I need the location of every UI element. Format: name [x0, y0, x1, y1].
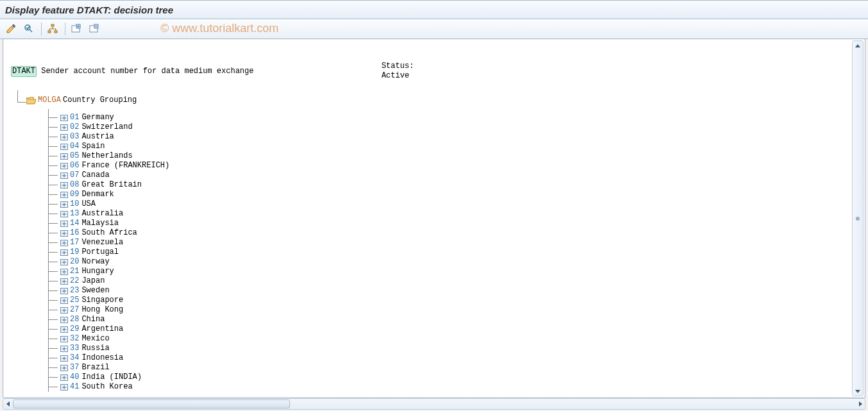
country-row[interactable]: 06France (FRANKREICH)	[49, 161, 852, 171]
country-row[interactable]: 02Switzerland	[49, 122, 852, 132]
expand-node-icon[interactable]	[60, 144, 68, 150]
country-code: 28	[70, 315, 79, 324]
expand-node-icon[interactable]	[60, 192, 68, 198]
country-label: Norway	[81, 257, 109, 267]
toolbar-check-button[interactable]	[21, 21, 37, 37]
expand-node-icon[interactable]	[60, 384, 68, 390]
expand-node-icon[interactable]	[60, 249, 68, 256]
expand-node-icon[interactable]	[60, 259, 68, 265]
country-row[interactable]: 20Norway	[49, 257, 852, 267]
country-label: South Africa	[81, 228, 137, 238]
expand-node-icon[interactable]	[60, 307, 68, 314]
expand-node-icon[interactable]	[60, 221, 68, 227]
country-code: 22	[70, 276, 79, 286]
scroll-left-button[interactable]	[3, 399, 12, 408]
country-label: Denmark	[81, 190, 114, 199]
country-row[interactable]: 29Argentina	[49, 324, 852, 334]
country-code: 17	[70, 238, 79, 247]
country-row[interactable]: 23Sweden	[49, 286, 852, 296]
country-code: 03	[70, 132, 79, 142]
expand-node-icon[interactable]	[60, 365, 68, 371]
country-row[interactable]: 10USA	[49, 199, 852, 209]
country-code: 14	[70, 219, 79, 228]
country-row[interactable]: 03Austria	[49, 132, 852, 142]
horizontal-scroll-track[interactable]	[13, 399, 855, 409]
country-row[interactable]: 33Russia	[49, 344, 852, 353]
country-row[interactable]: 21Hungary	[49, 267, 852, 276]
svg-rect-2	[51, 24, 54, 26]
grouping-key: MOLGA	[38, 96, 61, 105]
country-label: Spain	[81, 142, 105, 151]
expand-node-icon[interactable]	[60, 172, 68, 179]
country-row[interactable]: 07Canada	[49, 171, 852, 180]
expand-node-icon[interactable]	[60, 326, 68, 333]
horizontal-scroll-thumb[interactable]	[13, 399, 290, 408]
toolbar-edit-button[interactable]	[3, 21, 19, 37]
expand-node-icon[interactable]	[60, 115, 68, 121]
scroll-up-button[interactable]	[853, 41, 862, 50]
expand-node-icon[interactable]	[60, 182, 68, 189]
country-row[interactable]: 04Spain	[49, 142, 852, 151]
country-row[interactable]: 27Hong Kong	[49, 305, 852, 315]
country-row[interactable]: 41South Korea	[49, 382, 852, 392]
expand-node-icon[interactable]	[60, 374, 68, 381]
country-row[interactable]: 16South Africa	[49, 228, 852, 238]
country-code: 34	[70, 353, 79, 363]
expand-node-icon[interactable]	[60, 240, 68, 246]
country-row[interactable]: 22Japan	[49, 276, 852, 286]
country-row[interactable]: 19Portugal	[49, 247, 852, 257]
country-row[interactable]: 13Australia	[49, 209, 852, 219]
expand-node-icon[interactable]	[60, 278, 68, 285]
expand-node-icon[interactable]	[60, 317, 68, 323]
tree-grouping-row[interactable]: MOLGA Country Grouping	[26, 96, 852, 105]
status-value: Active	[382, 71, 409, 80]
scroll-down-button[interactable]	[853, 387, 862, 396]
expand-node-icon[interactable]	[60, 288, 68, 294]
vertical-scroll-track[interactable]	[853, 50, 863, 387]
country-label: China	[81, 315, 105, 324]
scroll-right-button[interactable]	[856, 399, 865, 408]
country-row[interactable]: 05Netherlands	[49, 151, 852, 161]
country-code: 08	[70, 180, 79, 190]
country-code: 13	[70, 209, 79, 219]
expand-node-icon[interactable]	[60, 230, 68, 237]
vertical-scrollbar[interactable]	[852, 40, 864, 396]
expand-node-icon[interactable]	[60, 346, 68, 352]
country-row[interactable]: 01Germany	[49, 113, 852, 122]
country-row[interactable]: 32Mexico	[49, 334, 852, 344]
country-row[interactable]: 28China	[49, 315, 852, 324]
expand-node-icon[interactable]	[60, 201, 68, 208]
expand-node-icon[interactable]	[60, 153, 68, 160]
expand-node-icon[interactable]	[60, 298, 68, 304]
chevron-down-icon	[855, 390, 860, 393]
country-code: 10	[70, 199, 79, 209]
country-row[interactable]: 17Venezuela	[49, 238, 852, 247]
country-row[interactable]: 34Indonesia	[49, 353, 852, 363]
expand-node-icon[interactable]	[60, 134, 68, 140]
expand-node-icon[interactable]	[60, 163, 68, 169]
toolbar-expand-button[interactable]	[68, 21, 85, 37]
expand-node-icon[interactable]	[60, 124, 68, 131]
country-label: Mexico	[81, 334, 109, 344]
toolbar-collapse-button[interactable]	[86, 21, 103, 37]
toolbar-hierarchy-button[interactable]	[44, 21, 61, 37]
country-row[interactable]: 40India (INDIA)	[49, 373, 852, 382]
hierarchy-icon	[47, 24, 58, 34]
country-row[interactable]: 37Brazil	[49, 363, 852, 373]
country-code: 41	[70, 382, 79, 392]
expand-node-icon[interactable]	[60, 355, 68, 362]
country-label: Switzerland	[81, 122, 132, 132]
expand-node-icon[interactable]	[60, 269, 68, 275]
country-row[interactable]: 09Denmark	[49, 190, 852, 199]
country-row[interactable]: 25Singapore	[49, 296, 852, 305]
country-list: 01Germany02Switzerland03Austria04Spain05…	[48, 109, 852, 392]
vertical-scroll-thumb[interactable]	[856, 217, 860, 221]
expand-node-icon[interactable]	[60, 336, 68, 342]
tree-root-row[interactable]: DTAKT Sender account number for data med…	[11, 52, 852, 90]
country-code: 21	[70, 267, 79, 276]
horizontal-scrollbar[interactable]	[3, 398, 865, 410]
country-row[interactable]: 14Malaysia	[49, 219, 852, 228]
country-row[interactable]: 08Great Britain	[49, 180, 852, 190]
expand-node-icon[interactable]	[60, 211, 68, 217]
country-code: 07	[70, 171, 79, 180]
